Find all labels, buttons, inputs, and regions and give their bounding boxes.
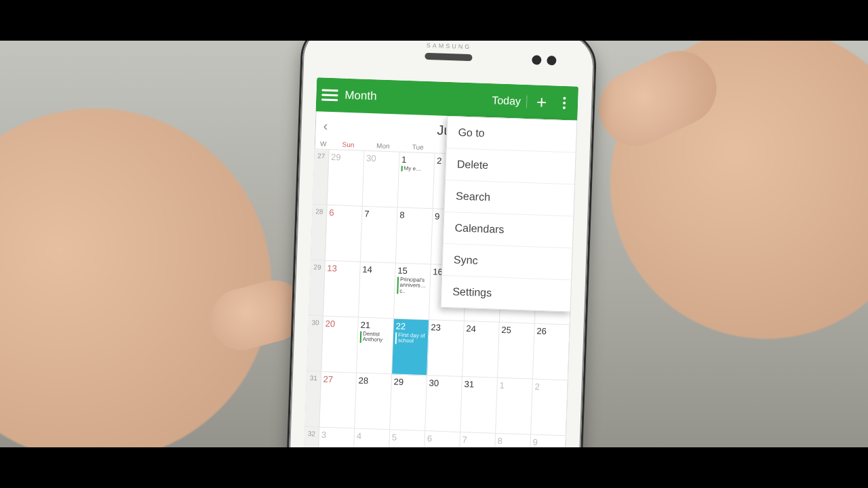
week-number: 27 <box>313 149 330 205</box>
event-chip[interactable]: Principal's anniversary c.. <box>397 277 428 296</box>
drawer-icon[interactable] <box>321 89 338 101</box>
event-chip[interactable]: Dentist Anthony <box>360 331 391 344</box>
day-cell[interactable]: 20 <box>321 317 359 373</box>
day-cell[interactable]: 7 <box>361 207 398 264</box>
menu-item-calendars[interactable]: Calendars <box>443 212 574 249</box>
day-number: 7 <box>364 209 395 220</box>
menu-item-go-to[interactable]: Go to <box>447 117 577 153</box>
week-number: 31 <box>304 371 321 428</box>
day-cell[interactable]: 22First day of school <box>392 319 429 375</box>
day-cell[interactable]: 27 <box>319 372 357 429</box>
day-cell[interactable]: 8 <box>396 207 433 264</box>
day-cell[interactable]: 25 <box>498 323 535 380</box>
day-number: 8 <box>399 210 430 222</box>
day-number: 25 <box>501 325 532 336</box>
today-button[interactable]: Today <box>486 94 527 108</box>
phone-screen: Month Today + ‹ Ju W Sun Mon Tue Wed Thu… <box>302 77 578 488</box>
dow-tue: Tue <box>400 143 435 152</box>
day-number: 24 <box>466 323 496 335</box>
dow-mon: Mon <box>366 142 401 150</box>
event-chip[interactable]: My e… <box>401 166 432 173</box>
phone-frame: SAMSUNG Month Today + ‹ Ju W Sun Mon Tue… <box>283 22 597 488</box>
phone-speaker <box>425 53 472 61</box>
week-number: 29 <box>309 260 326 317</box>
day-cell[interactable]: 13 <box>323 261 361 318</box>
menu-item-delete[interactable]: Delete <box>446 148 576 185</box>
day-number: 8 <box>497 436 528 447</box>
day-cell[interactable]: 23 <box>427 320 465 377</box>
day-number: 27 <box>323 374 354 386</box>
video-letterbox-bottom <box>0 447 868 488</box>
day-cell[interactable]: 29 <box>390 374 427 431</box>
day-number: 6 <box>329 207 359 219</box>
day-number: 22 <box>395 321 426 333</box>
day-cell[interactable]: 21Dentist Anthony <box>357 318 394 375</box>
day-number: 3 <box>321 430 352 441</box>
dow-sun: Sun <box>331 140 366 149</box>
day-number: 15 <box>397 266 428 277</box>
day-cell[interactable]: 30 <box>363 151 400 208</box>
day-number: 6 <box>427 433 458 445</box>
day-cell[interactable]: 15Principal's anniversary c.. <box>394 263 431 320</box>
day-number: 4 <box>357 431 387 443</box>
view-mode-label[interactable]: Month <box>344 89 377 104</box>
overflow-menu: Go to Delete Search Calendars Sync Setti… <box>441 116 578 312</box>
menu-item-settings[interactable]: Settings <box>441 276 571 312</box>
week-number: 28 <box>311 205 328 261</box>
day-number: 28 <box>358 375 389 387</box>
day-number: 20 <box>325 319 355 330</box>
day-number: 26 <box>536 326 567 338</box>
phone-sensors <box>532 55 541 64</box>
day-number: 1 <box>499 380 530 392</box>
day-cell[interactable]: 14 <box>359 262 396 319</box>
day-cell[interactable]: 31 <box>460 377 498 434</box>
day-cell[interactable]: 1 <box>496 378 533 435</box>
day-number: 5 <box>392 432 422 443</box>
day-number: 21 <box>360 320 391 331</box>
day-cell[interactable]: 26 <box>533 324 570 381</box>
day-number: 7 <box>462 434 493 446</box>
day-cell[interactable]: 6 <box>326 205 363 262</box>
day-cell[interactable]: 1My e… <box>398 152 435 209</box>
phone-brand: SAMSUNG <box>427 42 472 50</box>
day-number: 23 <box>431 322 461 333</box>
day-cell[interactable]: 29 <box>328 150 365 207</box>
event-chip[interactable]: First day of school <box>395 332 427 344</box>
day-cell[interactable]: 28 <box>355 373 392 430</box>
day-number: 29 <box>331 152 361 163</box>
day-number: 2 <box>534 382 565 393</box>
day-number: 30 <box>366 153 397 165</box>
week-number: 30 <box>307 316 323 372</box>
video-letterbox-top <box>0 0 868 41</box>
day-number: 9 <box>532 437 563 449</box>
day-cell[interactable]: 24 <box>462 321 500 378</box>
day-number: 1 <box>401 155 432 166</box>
day-number: 13 <box>327 263 357 274</box>
menu-item-search[interactable]: Search <box>444 180 574 217</box>
overflow-icon[interactable] <box>556 97 573 110</box>
day-cell[interactable]: 2 <box>531 380 568 436</box>
menu-item-sync[interactable]: Sync <box>442 244 572 281</box>
day-cell[interactable]: 30 <box>425 375 462 432</box>
day-number: 14 <box>362 264 393 276</box>
day-number: 29 <box>393 376 424 388</box>
day-number: 30 <box>429 378 459 389</box>
week-col-label: W <box>316 140 331 148</box>
add-event-button[interactable]: + <box>531 93 553 111</box>
day-number: 31 <box>464 379 494 390</box>
